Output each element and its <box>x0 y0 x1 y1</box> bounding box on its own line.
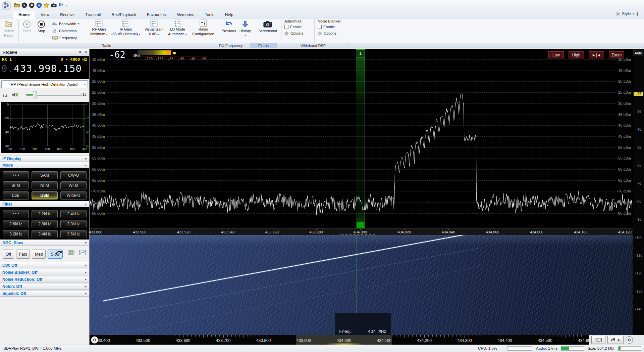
level-scale-label[interactable]: -40 <box>633 128 644 131</box>
level-scale-label[interactable]: -70 <box>633 182 644 185</box>
level-scale-label[interactable]: -110 <box>633 254 644 257</box>
section-if-display[interactable]: IF Display▾ <box>0 156 89 162</box>
receive-panel-header[interactable]: Receive ▼ ✕ <box>0 49 89 56</box>
section-squelch[interactable]: Squelch: Off▾ <box>0 290 89 297</box>
frequency-button[interactable]: Frequency <box>52 35 85 41</box>
screenshot-button-quick[interactable] <box>50 2 57 8</box>
navigator-scale[interactable]: 433.400433.500433.600433.700433.800433.9… <box>90 335 589 345</box>
panel-close-icon[interactable]: ✕ <box>85 50 87 54</box>
mode-button-usb[interactable]: USB <box>32 191 58 200</box>
pin-icon[interactable] <box>636 12 639 16</box>
rf-gain-button[interactable]: RF Gain Minimum ▾ <box>88 18 110 43</box>
mode-button--[interactable]: • • • <box>3 171 29 179</box>
bandwidth-button[interactable]: Bandwidth ▾ <box>52 20 85 27</box>
screenshot-button[interactable]: Screenshot <box>255 18 280 43</box>
equalizer-icon[interactable] <box>3 92 8 97</box>
mode-button-wfm[interactable]: WFM <box>60 181 87 189</box>
keyboard-entry-button[interactable] <box>591 336 605 344</box>
level-scale-label[interactable]: -90 <box>633 218 644 221</box>
style-control[interactable]: Style ▾ <box>616 11 639 16</box>
filter-button-3-0khz[interactable]: 3.0kHz <box>60 220 87 228</box>
if-spectrum-display[interactable]: -62 dBm 1 -120-100-80-60-40-20LowHigh►|◄… <box>90 49 633 228</box>
audio-device-select[interactable]: HP (Périphérique High Definition Audio) … <box>1 80 88 88</box>
section-noise-reduction[interactable]: Noise Reduction: Off▾ <box>0 276 89 282</box>
add-favourite-button[interactable] <box>36 2 42 8</box>
tab-receive[interactable]: Receive <box>55 11 80 18</box>
rx-marker-tab[interactable]: 1 <box>356 49 365 57</box>
history-button[interactable]: History ▾ <box>237 18 253 43</box>
agc-button-med[interactable]: Med <box>32 250 46 259</box>
filter-button-3-6khz[interactable]: 3.6kHz <box>60 230 87 238</box>
select-radio-button[interactable]: Select Radio <box>0 18 17 43</box>
tab-tools[interactable]: Tools <box>200 11 220 18</box>
start-button[interactable]: Start <box>20 18 34 43</box>
visual-gain-button[interactable]: Visual Gain 0 dB ▾ <box>142 18 166 43</box>
zoom-x5-button[interactable]: x5 ▶ <box>607 336 624 344</box>
agc-graph-icon[interactable] <box>79 250 86 255</box>
app-menu-button[interactable] <box>2 1 11 10</box>
tab-memories[interactable]: Memories <box>171 11 200 18</box>
radio-configuration-button[interactable]: Radio Configuration <box>189 18 218 43</box>
favourites-button[interactable] <box>43 2 50 8</box>
previous-frequency-button[interactable]: Previous <box>220 18 237 43</box>
auto-range-button[interactable]: Auto <box>633 50 643 56</box>
start-button-quick[interactable] <box>21 2 28 8</box>
section-filter[interactable]: Filter▴ <box>0 201 89 207</box>
filter-button--[interactable]: • • • <box>3 210 29 218</box>
agc-undo-icon[interactable] <box>56 250 63 256</box>
filter-button-2-4khz[interactable]: 2.4kHz <box>60 210 87 218</box>
mode-button-bfm[interactable]: BFM <box>3 181 29 189</box>
stop-button[interactable]: Stop <box>34 18 49 43</box>
filter-button-3-2khz[interactable]: 3.2kHz <box>3 230 29 238</box>
mode-button-lsb[interactable]: LSB <box>3 191 29 200</box>
panel-collapse-icon[interactable]: ▼ <box>78 50 82 54</box>
tab-view[interactable]: View <box>35 11 55 18</box>
calibration-button[interactable]: Calibration <box>52 28 85 34</box>
agc-presets-icon[interactable] <box>68 250 74 255</box>
filter-button-2-8khz[interactable]: 2.8kHz <box>32 220 58 228</box>
level-scale-label[interactable]: -20 <box>634 92 643 96</box>
mode-button-cw-u[interactable]: CW-U <box>60 171 87 179</box>
mode-button-nfm[interactable]: NFM <box>32 181 58 189</box>
waterfall-level-scale[interactable]: Auto -20-30-40-50-60-70-80-90-100-110-12… <box>633 49 644 335</box>
navigator-back-button[interactable] <box>91 336 98 344</box>
waterfall-display[interactable]: Freq: 434 MHz Span: ±122.745 kHz <box>90 235 633 335</box>
quick-access-more-button[interactable]: ⌄ <box>65 3 68 6</box>
range-button-center[interactable]: ►|◄ <box>589 51 604 58</box>
filter-button-2-2khz[interactable]: 2.2kHz <box>32 210 58 218</box>
noise-blanker-options-button[interactable]: Options <box>318 31 347 36</box>
level-scale-label[interactable]: -120 <box>633 271 644 275</box>
section-cw[interactable]: CW: Off▾ <box>0 262 89 268</box>
stop-button-quick[interactable] <box>28 2 35 8</box>
range-button-low[interactable]: Low <box>548 51 564 58</box>
range-button-high[interactable]: High <box>569 51 584 58</box>
tab-transmit[interactable]: Transmit <box>80 11 106 18</box>
filter-button-3-4khz[interactable]: 3.4kHz <box>32 230 58 238</box>
tab-rec-playback[interactable]: Rec/Playback <box>106 11 142 18</box>
noise-blanker-enable-checkbox[interactable]: Enable <box>318 24 347 30</box>
tab-home[interactable]: Home <box>13 11 35 18</box>
mode-button-wide-u[interactable]: Wide-U <box>60 191 87 200</box>
level-scale-label[interactable]: -60 <box>633 164 644 167</box>
rx-marker-band[interactable] <box>356 57 365 228</box>
level-scale-label[interactable]: -30 <box>633 110 644 114</box>
section-agc[interactable]: AGC: Slow▾ <box>0 239 89 246</box>
lo-mode-button[interactable]: LO Mode Automatic ▾ <box>166 18 189 43</box>
open-folder-button[interactable] <box>13 2 20 8</box>
navigator-forward-button[interactable] <box>626 336 633 344</box>
level-scale-label[interactable]: -140 <box>633 307 644 311</box>
spectrum-frequency-axis[interactable]: 433.880433.900433.920433.940433.960433.9… <box>90 228 633 235</box>
agc-button-off[interactable]: Off <box>3 250 14 259</box>
automute-enable-checkbox[interactable]: Enable <box>284 24 311 30</box>
automute-options-button[interactable]: Options <box>284 31 311 36</box>
tuned-frequency[interactable]: 0.433.998.150 <box>1 63 82 74</box>
tab-help[interactable]: Help <box>220 11 239 18</box>
level-scale-label[interactable]: -80 <box>633 200 644 203</box>
tab-favourites[interactable]: Favourites <box>142 11 171 18</box>
filter-button-2-6khz[interactable]: 2.6kHz <box>3 220 29 228</box>
volume-slider-thumb[interactable] <box>33 91 37 98</box>
section-noise-blanker[interactable]: Noise Blanker: Off▾ <box>0 269 89 275</box>
level-scale-label[interactable]: -130 <box>633 290 644 293</box>
level-scale-label[interactable]: -100 <box>633 235 644 239</box>
if-gain-button[interactable]: IF Gain -55 dB (Manual) ▾ <box>110 18 142 43</box>
